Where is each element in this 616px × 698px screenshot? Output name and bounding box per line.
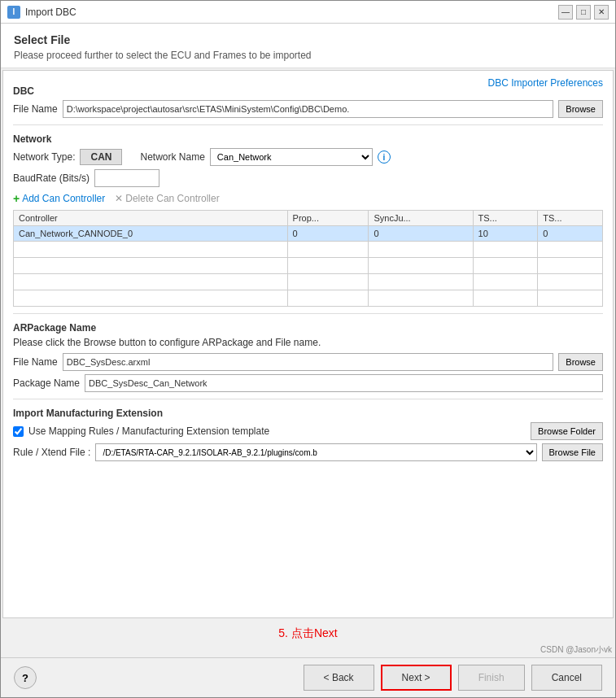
col-ts2: TS... [538, 211, 603, 226]
help-button[interactable]: ? [14, 666, 37, 689]
arpackage-section-label: ARPackage Name [13, 322, 603, 334]
add-can-controller-label: Add Can Controller [22, 193, 105, 204]
cell-ts1: 10 [473, 226, 538, 242]
arpackage-browse-button[interactable]: Browse [558, 353, 603, 371]
finish-button[interactable]: Finish [458, 665, 525, 691]
scrollable-content: DBC Importer Preferences DBC File Name B… [3, 71, 613, 471]
browse-file-button[interactable]: Browse File [542, 443, 603, 461]
browse-folder-button[interactable]: Browse Folder [531, 422, 603, 440]
bottom-right-buttons: < Back Next > Finish Cancel [304, 665, 602, 691]
network-type-row: Network Type: CAN Network Name Can_Netwo… [13, 148, 603, 166]
table-empty-row-2 [14, 258, 603, 274]
close-button[interactable]: ✕ [594, 5, 609, 20]
use-mapping-row: Use Mapping Rules / Manufacturing Extens… [13, 422, 603, 440]
rule-file-select[interactable]: /D:/ETAS/RTA-CAR_9.2.1/ISOLAR-AB_9.2.1/p… [95, 443, 536, 461]
network-type-badge: CAN [80, 149, 122, 165]
col-controller: Controller [14, 211, 288, 226]
network-name-label: Network Name [140, 151, 204, 163]
add-icon: + [13, 192, 20, 205]
delete-can-controller-label: Delete Can Controller [125, 193, 219, 204]
dbc-browse-button[interactable]: Browse [558, 100, 603, 118]
table-empty-row-1 [14, 242, 603, 258]
dbc-importer-preferences-link[interactable]: DBC Importer Preferences [488, 77, 603, 89]
page-title: Select File [14, 33, 602, 46]
arpackage-file-input[interactable] [63, 353, 554, 371]
package-name-input[interactable] [85, 374, 603, 392]
rule-file-row: Rule / Xtend File : /D:/ETAS/RTA-CAR_9.2… [13, 443, 603, 461]
network-type-label: Network Type: [13, 151, 75, 163]
back-button[interactable]: < Back [304, 665, 374, 691]
watermark: CSDN @Jason小vk [1, 643, 615, 657]
page-header: Select File Please proceed further to se… [1, 24, 615, 68]
arpackage-file-row: File Name Browse [13, 353, 603, 371]
window-title: Import DBC [25, 7, 76, 18]
col-prop: Prop... [287, 211, 369, 226]
page-subtitle: Please proceed further to select the ECU… [14, 50, 602, 61]
package-name-label: Package Name [13, 377, 80, 389]
baud-rate-label: BaudRate (Bits/s) [13, 172, 90, 184]
delete-icon: ✕ [115, 193, 123, 204]
arpackage-section: ARPackage Name Please click the Browse b… [13, 322, 603, 392]
maximize-button[interactable]: □ [576, 5, 591, 20]
cell-controller-name: Can_Network_CANNODE_0 [14, 226, 288, 242]
network-name-select[interactable]: Can_Network [210, 148, 373, 166]
controller-table: Controller Prop... SyncJu... TS... TS...… [13, 210, 603, 307]
title-bar-controls: — □ ✕ [558, 5, 609, 20]
dbc-file-name-label: File Name [13, 103, 58, 115]
title-bar: I Import DBC — □ ✕ [1, 1, 615, 24]
delete-can-controller-link[interactable]: ✕ Delete Can Controller [115, 193, 219, 204]
baud-rate-input[interactable] [94, 169, 159, 187]
cell-ts2: 0 [538, 226, 603, 242]
cancel-button[interactable]: Cancel [531, 665, 602, 691]
use-mapping-checkbox[interactable] [13, 426, 24, 437]
window-icon: I [7, 6, 20, 19]
table-empty-row-3 [14, 274, 603, 290]
minimize-button[interactable]: — [558, 5, 573, 20]
col-syncju: SyncJu... [369, 211, 473, 226]
content-area: DBC Importer Preferences DBC File Name B… [2, 70, 614, 618]
use-mapping-label: Use Mapping Rules / Manufacturing Extens… [28, 425, 269, 437]
dbc-file-name-input[interactable] [63, 100, 554, 118]
arpackage-pkg-row: Package Name [13, 374, 603, 392]
network-info-icon[interactable]: i [378, 151, 391, 164]
import-mfg-section: Import Manufacturing Extension Use Mappi… [13, 408, 603, 461]
annotation: 5. 点击Next [1, 620, 615, 643]
main-window: I Import DBC — □ ✕ Select File Please pr… [0, 0, 616, 698]
table-header-row: Controller Prop... SyncJu... TS... TS... [14, 211, 603, 226]
cell-syncju: 0 [369, 226, 473, 242]
next-button[interactable]: Next > [381, 665, 452, 691]
table-empty-row-4 [14, 290, 603, 307]
add-delete-row: + Add Can Controller ✕ Delete Can Contro… [13, 192, 603, 205]
network-section-label: Network [13, 133, 603, 145]
cell-prop: 0 [287, 226, 369, 242]
dbc-file-row: File Name Browse [13, 100, 603, 118]
arpackage-file-label: File Name [13, 356, 58, 368]
import-mfg-label: Import Manufacturing Extension [13, 408, 603, 419]
rule-file-label: Rule / Xtend File : [13, 447, 90, 458]
arpackage-desc: Please click the Browse button to config… [13, 337, 603, 348]
bottom-bar: ? < Back Next > Finish Cancel [1, 657, 615, 697]
table-row[interactable]: Can_Network_CANNODE_0 0 0 10 0 [14, 226, 603, 242]
title-bar-left: I Import DBC [7, 6, 76, 19]
baud-rate-row: BaudRate (Bits/s) [13, 169, 603, 187]
col-ts1: TS... [473, 211, 538, 226]
add-can-controller-link[interactable]: + Add Can Controller [13, 192, 105, 205]
